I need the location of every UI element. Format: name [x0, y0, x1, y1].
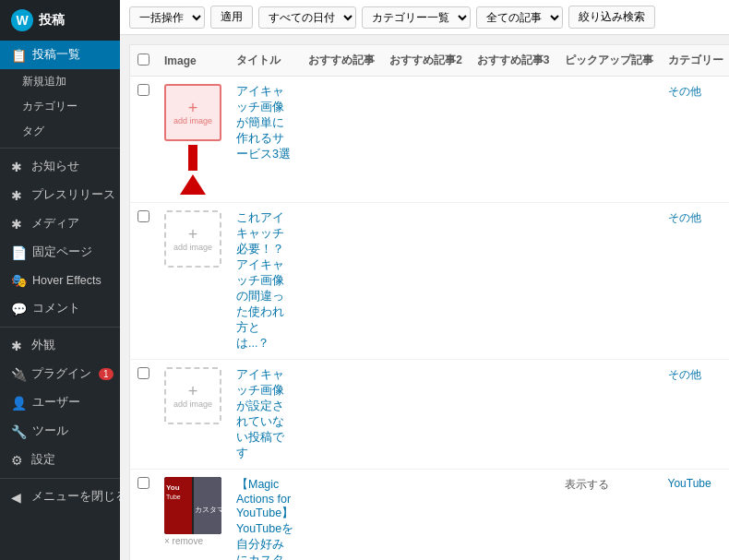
- fixed-pages-icon: 📄: [11, 245, 27, 260]
- row-pickup-cell: [557, 203, 661, 360]
- category-label[interactable]: その他: [668, 85, 701, 98]
- row-pickup-cell: [557, 77, 661, 203]
- sidebar: W 投稿 📋 投稿一覧 新規追加 カテゴリー タグ ✱ お知らせ ✱ プレスリリ…: [0, 0, 120, 560]
- row-rec1-cell: [301, 360, 382, 470]
- sidebar-item-hover-effects[interactable]: 🎭 Hover Effects: [0, 267, 120, 294]
- sidebar-item-categories[interactable]: カテゴリー: [0, 94, 120, 119]
- row-rec3-cell: [470, 470, 557, 561]
- all-posts-select[interactable]: 全ての記事: [476, 6, 563, 29]
- row-title-cell: これアイキャッチ必要！？アイキャッチ画像の間違った使われ方とは...？: [229, 203, 301, 360]
- post-title-link[interactable]: 【Magic Actions for YouTube】YouTubeを自分好みに…: [236, 478, 293, 560]
- add-image-button[interactable]: + add image: [164, 367, 221, 424]
- row-category-cell: その他: [661, 77, 730, 203]
- sidebar-item-tools[interactable]: 🔧 ツール: [0, 417, 120, 446]
- category-filter-select[interactable]: カテゴリー一覧: [362, 6, 471, 29]
- sidebar-item-label: メニューを閉じる: [31, 489, 120, 505]
- row-rec1-cell: [301, 203, 382, 360]
- add-image-button[interactable]: + add image: [164, 84, 221, 141]
- row-checkbox[interactable]: [137, 367, 149, 379]
- bulk-action-select[interactable]: 一括操作: [129, 6, 205, 29]
- row-title-cell: 【Magic Actions for YouTube】YouTubeを自分好みに…: [229, 470, 301, 561]
- select-all-checkbox[interactable]: [137, 54, 149, 66]
- arrow-indicator: [180, 145, 206, 195]
- row-check-cell: [130, 360, 158, 470]
- header-rec1: おすすめ記事: [301, 45, 382, 77]
- plus-icon: +: [188, 383, 198, 399]
- header-category: カテゴリー: [661, 45, 730, 77]
- plugins-badge: 1: [99, 368, 114, 380]
- filter-search-button[interactable]: 絞り込み検索: [568, 6, 655, 29]
- row-image-cell: + add image: [157, 360, 229, 470]
- plugins-icon: 🔌: [11, 367, 26, 382]
- row-category-cell: その他: [661, 203, 730, 360]
- row-check-cell: [130, 77, 158, 203]
- sidebar-logo-text: 投稿: [39, 12, 65, 29]
- remove-image-link[interactable]: × remove: [164, 536, 203, 546]
- thumbnail-image: You Tube カスタマ: [164, 477, 221, 534]
- post-title-link[interactable]: これアイキャッチ必要！？アイキャッチ画像の間違った使われ方とは...？: [236, 211, 284, 350]
- row-rec2-cell: [382, 77, 470, 203]
- header-image: Image: [157, 45, 229, 77]
- sidebar-item-label: タグ: [22, 124, 44, 139]
- sidebar-item-close-menu[interactable]: ◀ メニューを閉じる: [0, 483, 120, 511]
- main-content: 一括操作 適用 すべての日付 カテゴリー一覧 全ての記事 絞り込み検索 Imag…: [120, 0, 729, 560]
- header-check: [130, 45, 158, 77]
- sidebar-item-settings[interactable]: ⚙ 設定: [0, 446, 120, 474]
- tools-icon: 🔧: [11, 424, 27, 439]
- post-title-link[interactable]: アイキャッチ画像が設定されていない投稿です: [236, 368, 284, 459]
- sidebar-item-appearance[interactable]: ✱ 外観: [0, 331, 120, 360]
- row-rec3-cell: [470, 203, 557, 360]
- category-label[interactable]: その他: [668, 211, 701, 224]
- sidebar-item-fixed-pages[interactable]: 📄 固定ページ: [0, 238, 120, 267]
- header-rec3: おすすめ記事3: [470, 45, 557, 77]
- sidebar-item-plugins[interactable]: 🔌 プラグイン 1: [0, 360, 120, 388]
- sidebar-item-posts-list[interactable]: 📋 投稿一覧: [0, 41, 120, 69]
- close-menu-icon: ◀: [11, 490, 26, 505]
- add-image-button[interactable]: + add image: [164, 210, 221, 268]
- sidebar-item-label: Hover Effects: [32, 274, 102, 287]
- row-pickup-cell: [557, 360, 661, 470]
- sidebar-item-label: お知らせ: [31, 159, 79, 174]
- sidebar-item-label: ツール: [32, 423, 68, 439]
- row-category-cell: その他: [661, 360, 730, 470]
- row-rec2-cell: [382, 470, 470, 561]
- sidebar-item-label: 投稿一覧: [32, 47, 80, 63]
- plus-icon: +: [188, 100, 198, 116]
- sidebar-item-label: 新規追加: [22, 74, 66, 89]
- display-label: 表示する: [565, 478, 609, 491]
- row-rec3-cell: [470, 77, 557, 203]
- post-thumbnail: You Tube カスタマ: [164, 477, 221, 534]
- wp-logo-icon: W: [11, 9, 33, 31]
- sidebar-item-new-post[interactable]: 新規追加: [0, 69, 120, 94]
- table-row: + add image アイキャッチ画像が設定されていない投稿です その他: [130, 360, 730, 470]
- row-checkbox[interactable]: [137, 210, 149, 222]
- sidebar-item-media[interactable]: ✱ メディア: [0, 209, 120, 238]
- media-icon: ✱: [11, 217, 26, 232]
- category-label[interactable]: YouTube: [668, 477, 711, 490]
- row-pickup-cell: 表示する: [557, 470, 661, 561]
- sidebar-item-tags[interactable]: タグ: [0, 119, 120, 144]
- plus-icon: +: [188, 226, 198, 243]
- row-image-cell: You Tube カスタマ × remove: [157, 470, 229, 561]
- sidebar-item-users[interactable]: 👤 ユーザー: [0, 388, 120, 417]
- category-label[interactable]: その他: [668, 368, 701, 381]
- sidebar-item-press-releases[interactable]: ✱ プレスリリース: [0, 181, 120, 209]
- add-image-label: add image: [173, 243, 212, 252]
- sidebar-item-comments[interactable]: 💬 コメント: [0, 294, 120, 323]
- sidebar-item-notifications[interactable]: ✱ お知らせ: [0, 152, 120, 181]
- row-title-cell: アイキャッチ画像が設定されていない投稿です: [229, 360, 301, 470]
- appearance-icon: ✱: [11, 339, 26, 353]
- sidebar-item-label: プラグイン: [31, 366, 91, 382]
- posts-table: Image タイトル おすすめ記事 おすすめ記事2 おすすめ記事3: [129, 44, 729, 560]
- apply-button[interactable]: 適用: [210, 6, 253, 29]
- posts-list-icon: 📋: [11, 48, 27, 63]
- row-rec1-cell: [301, 470, 382, 561]
- row-checkbox[interactable]: [137, 84, 149, 96]
- header-pickup: ピックアップ記事: [557, 45, 661, 77]
- sidebar-item-label: ユーザー: [32, 395, 80, 411]
- row-check-cell: [130, 203, 158, 360]
- date-filter-select[interactable]: すべての日付: [258, 6, 356, 29]
- row-checkbox[interactable]: [137, 477, 149, 489]
- post-title-link[interactable]: アイキャッチ画像が簡単に作れるサービス3選: [236, 85, 291, 161]
- settings-icon: ⚙: [11, 453, 26, 468]
